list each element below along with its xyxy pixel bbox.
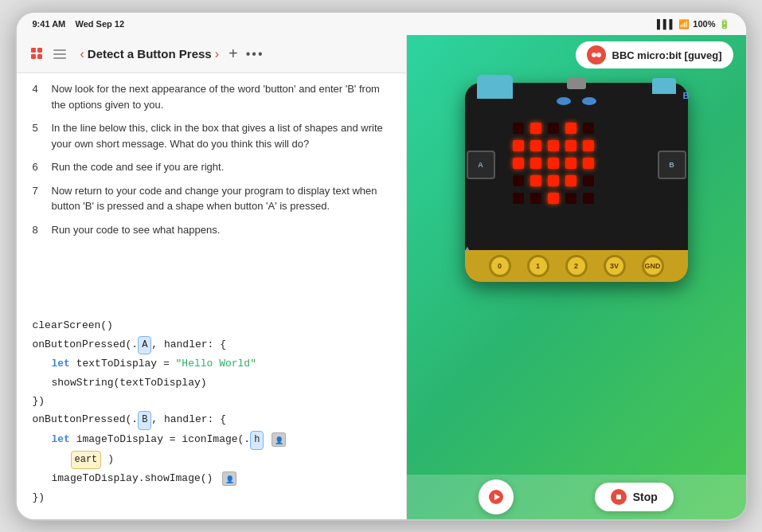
svg-text:👤: 👤 [225, 475, 235, 484]
led-19 [583, 175, 594, 186]
ipad-frame: 9:41 AM Wed Sep 12 ▌▌▌ 📶 100% 🔋 [15, 11, 748, 521]
led-1 [530, 123, 541, 134]
instruction-item-8: 8 Run your code to see what happens. [33, 222, 390, 238]
svg-rect-16 [616, 495, 621, 499]
microbit-button-b[interactable]: B [658, 151, 686, 179]
left-panel: ‹ Detect a Button Press › + ••• 4 Now lo… [17, 35, 407, 519]
svg-text:👤: 👤 [275, 436, 284, 445]
led-13 [565, 158, 576, 169]
code-section: clearScreen() onButtonPressed(.A, handle… [17, 308, 406, 519]
nav-back-arrow[interactable]: ‹ [80, 47, 84, 61]
code-line-3: let textToDisplay = "Hello World" [33, 354, 390, 373]
code-let-keyword-2: let [52, 433, 70, 445]
svg-point-11 [592, 53, 596, 57]
code-let-keyword: let [52, 358, 70, 370]
eye-left [557, 97, 571, 105]
pin-3V[interactable]: 3V [604, 255, 626, 277]
stop-icon [611, 489, 627, 505]
svg-rect-2 [31, 54, 36, 59]
led-22 [548, 193, 559, 204]
flag-b: B [683, 91, 690, 100]
led-24 [583, 193, 594, 204]
toolbar: ‹ Detect a Button Press › + ••• [17, 35, 406, 73]
code-line-7: let imageToDisplay = iconImage(.h 👤 [33, 430, 390, 450]
code-button-b-highlight[interactable]: B [138, 411, 151, 430]
instruction-text-5: In the line below this, click in the box… [52, 120, 390, 151]
instruction-item-7: 7 Now return to your code and change you… [33, 183, 390, 214]
code-line-1: clearScreen() [33, 316, 390, 334]
toolbar-title: Detect a Button Press [88, 47, 212, 61]
status-bar: 9:41 AM Wed Sep 12 ▌▌▌ 📶 100% 🔋 [17, 13, 746, 35]
led-10 [513, 158, 524, 169]
stop-button[interactable]: Stop [595, 483, 674, 511]
led-grid [513, 123, 597, 207]
led-9 [583, 140, 594, 151]
signal-icon: ▌▌▌ [657, 19, 675, 29]
run-button[interactable] [479, 479, 514, 514]
more-options-button[interactable]: ••• [246, 47, 264, 61]
right-panel: BBC micro:bit [guveg] [407, 35, 746, 519]
svg-rect-3 [37, 54, 42, 59]
pin-GND[interactable]: GND [642, 255, 664, 277]
status-time: 9:41 AM Wed Sep 12 [33, 19, 125, 29]
code-eart-highlight[interactable]: eart [71, 451, 102, 470]
list-view-icon[interactable] [52, 46, 68, 62]
led-6 [530, 140, 541, 151]
led-8 [565, 140, 576, 151]
nav-forward-arrow[interactable]: › [215, 47, 219, 61]
pin-2[interactable]: 2 [565, 255, 588, 277]
led-17 [548, 175, 559, 186]
pin-1[interactable]: 1 [527, 255, 549, 277]
status-icons: ▌▌▌ 📶 100% 🔋 [657, 19, 730, 29]
led-14 [583, 158, 594, 169]
led-5 [513, 140, 524, 151]
led-0 [513, 123, 524, 134]
date: Wed Sep 12 [76, 19, 125, 29]
grid-view-icon[interactable] [29, 46, 45, 62]
microbit-button-a[interactable]: A [467, 151, 495, 179]
code-clearscreen: clearScreen() [33, 319, 113, 331]
code-icon-h[interactable]: h [250, 431, 264, 450]
device-icon [587, 45, 606, 65]
microbit-device: A B ▲ B 0123VGND [457, 83, 696, 306]
instruction-text-7: Now return to your code and change your … [52, 183, 390, 214]
battery-icon: 🔋 [719, 19, 730, 29]
led-7 [548, 140, 559, 151]
svg-rect-0 [31, 48, 36, 53]
pins-bar: 0123VGND [465, 250, 688, 282]
nav-arrows: ‹ Detect a Button Press › [80, 47, 220, 61]
code-inline-img-2: 👤 [222, 471, 236, 486]
svg-rect-6 [53, 57, 66, 59]
svg-rect-4 [53, 49, 66, 51]
device-name: BBC micro:bit [guveg] [612, 49, 722, 61]
device-badge: BBC micro:bit [guveg] [576, 41, 733, 68]
code-line-6: onButtonPressed(.B, handler: { [33, 410, 390, 430]
main-content: ‹ Detect a Button Press › + ••• 4 Now lo… [17, 35, 746, 519]
instruction-num-4: 4 [33, 81, 45, 112]
eyes-area [557, 97, 596, 105]
instruction-num-8: 8 [33, 222, 45, 238]
instruction-item-4: 4 Now look for the next appearance of th… [33, 81, 390, 112]
microbit-body: A B ▲ B 0123VGND [465, 83, 688, 282]
pin-0[interactable]: 0 [489, 255, 511, 277]
led-23 [565, 193, 576, 204]
led-4 [583, 123, 594, 134]
code-line-9: }) [33, 488, 390, 507]
svg-rect-1 [37, 48, 42, 53]
instruction-text-6: Run the code and see if you are right. [52, 159, 225, 175]
bottom-bar: Stop [407, 475, 746, 519]
top-notch-left [477, 75, 513, 99]
instruction-num-7: 7 [33, 183, 45, 214]
led-11 [530, 158, 541, 169]
led-3 [565, 123, 576, 134]
instruction-text-8: Run your code to see what happens. [52, 222, 221, 238]
top-notch-right [652, 78, 676, 94]
code-line-5: }) [33, 392, 390, 410]
eye-right [582, 97, 596, 105]
code-inline-img-1: 👤 [272, 432, 286, 447]
code-button-a-highlight[interactable]: A [138, 336, 151, 355]
code-showstring: showString(textToDisplay) [52, 377, 207, 389]
instruction-item-6: 6 Run the code and see if you are right. [33, 159, 390, 175]
add-button[interactable]: + [229, 45, 238, 63]
code-onbuttonpressed-a: onButtonPressed(. [33, 338, 139, 350]
